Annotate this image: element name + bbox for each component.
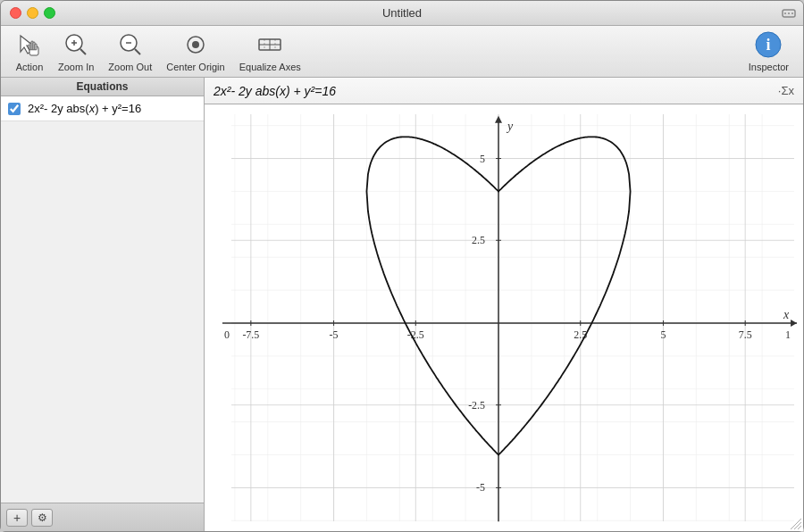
resize-handle[interactable] <box>789 517 801 529</box>
graph-svg: -7.5 -5 -2.5 0 2.5 5 7.5 1 5 2.5 -2.5 -5 <box>205 104 803 531</box>
window-resize-icon[interactable] <box>782 7 796 20</box>
titlebar: Untitled <box>1 1 803 26</box>
inspector-button[interactable]: i Inspector <box>743 27 794 76</box>
action-icon <box>15 30 44 59</box>
add-equation-button[interactable]: + <box>6 509 28 527</box>
equation-bar: 2x²- 2y abs(x) + y²=16 ·Σx <box>205 78 803 104</box>
inspector-icon: i <box>754 30 783 59</box>
zoom-out-button[interactable]: Zoom Out <box>103 27 157 76</box>
svg-text:y: y <box>506 120 514 133</box>
svg-text:7.5: 7.5 <box>739 328 752 341</box>
toolbar: Action Zoom In <box>1 26 803 78</box>
graph-canvas[interactable]: -7.5 -5 -2.5 0 2.5 5 7.5 1 5 2.5 -2.5 -5 <box>205 104 803 531</box>
main-window: Untitled <box>0 0 804 532</box>
center-origin-label: Center Origin <box>166 62 224 72</box>
svg-text:5: 5 <box>660 328 666 341</box>
action-label: Action <box>16 62 44 72</box>
svg-text:2.5: 2.5 <box>472 234 485 246</box>
sigma-button[interactable]: ·Σx <box>778 84 794 97</box>
svg-point-17 <box>192 41 199 48</box>
sidebar-footer: + ⚙ <box>1 503 204 531</box>
svg-text:5: 5 <box>480 153 485 165</box>
equation-list: 2x²- 2y abs(x) + y²=16 <box>1 96 204 503</box>
svg-text:-5: -5 <box>330 328 339 341</box>
zoom-in-button[interactable]: Zoom In <box>53 27 99 76</box>
graph-area: 2x²- 2y abs(x) + y²=16 ·Σx <box>205 78 803 531</box>
sidebar: Equations 2x²- 2y abs(x) + y²=16 + ⚙ <box>1 78 205 531</box>
minimize-button[interactable] <box>27 7 38 19</box>
svg-line-101 <box>798 526 801 529</box>
zoom-in-icon <box>62 30 90 59</box>
inspector-label: Inspector <box>749 62 789 72</box>
svg-text:-7.5: -7.5 <box>242 328 259 341</box>
svg-line-16 <box>135 49 140 54</box>
zoom-out-icon <box>116 30 145 59</box>
equalize-axes-button[interactable]: Equalize Axes <box>234 27 306 76</box>
window-title: Untitled <box>382 6 422 20</box>
zoom-out-label: Zoom Out <box>108 62 152 72</box>
svg-text:x: x <box>783 308 790 321</box>
zoom-in-label: Zoom In <box>58 62 94 72</box>
sidebar-header: Equations <box>1 78 204 96</box>
equalize-axes-icon <box>255 30 284 59</box>
svg-line-13 <box>80 49 86 54</box>
maximize-button[interactable] <box>44 7 55 19</box>
equation-checkbox[interactable] <box>8 103 21 115</box>
equation-text: 2x²- 2y abs(x) + y²=16 <box>28 102 141 115</box>
svg-text:-5: -5 <box>476 481 485 494</box>
equation-item[interactable]: 2x²- 2y abs(x) + y²=16 <box>1 96 204 121</box>
svg-text:i: i <box>766 36 771 54</box>
svg-text:-2.5: -2.5 <box>468 399 485 411</box>
center-origin-icon <box>181 30 210 59</box>
settings-button[interactable]: ⚙ <box>31 509 53 527</box>
svg-line-100 <box>794 522 801 529</box>
equation-display: 2x²- 2y abs(x) + y²=16 <box>214 84 336 98</box>
svg-text:0: 0 <box>224 328 230 341</box>
window-buttons <box>10 7 55 19</box>
equalize-axes-label: Equalize Axes <box>239 62 301 72</box>
center-origin-button[interactable]: Center Origin <box>161 27 230 76</box>
close-button[interactable] <box>10 7 21 19</box>
content-area: Equations 2x²- 2y abs(x) + y²=16 + ⚙ <box>1 78 803 531</box>
action-button[interactable]: Action <box>10 27 49 76</box>
svg-rect-26 <box>205 105 803 531</box>
svg-rect-9 <box>35 44 37 50</box>
svg-text:1: 1 <box>785 328 791 341</box>
